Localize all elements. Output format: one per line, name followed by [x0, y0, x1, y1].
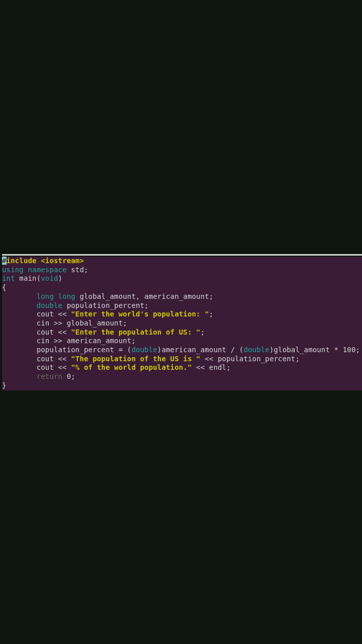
return-keyword: return — [37, 372, 62, 380]
string-literal: "% of the world population." — [71, 363, 192, 371]
return-value: 0; — [62, 372, 75, 380]
cout: cout << — [37, 363, 71, 371]
using-keyword: using namespace — [2, 266, 67, 274]
assign: )american_amount / ( — [157, 346, 244, 354]
int-keyword: int — [2, 274, 15, 282]
longlong-keyword: long long — [37, 292, 75, 300]
ll-vars: global_amount, american_amount; — [75, 292, 214, 300]
code-line: population_percent = (double)american_am… — [2, 346, 362, 355]
code-line: cout << "Enter the population of US: "; — [2, 328, 362, 337]
cout-tail: << population_percent; — [201, 355, 300, 363]
code-line: return 0; — [2, 372, 362, 381]
indent — [2, 346, 37, 354]
code-line: cout << "Enter the world's population: "… — [2, 310, 362, 319]
string-literal: "Enter the world's population: " — [71, 310, 209, 318]
double-cast: double — [131, 346, 157, 354]
string-literal: "Enter the population of US: " — [71, 328, 200, 336]
code-line: long long global_amount, american_amount… — [2, 292, 362, 301]
code-line: using namespace std; — [2, 266, 362, 275]
indent — [2, 363, 37, 371]
double-var: population_percent; — [62, 301, 149, 309]
code-line: { — [2, 283, 362, 292]
double-cast: double — [243, 346, 269, 354]
indent — [2, 301, 37, 309]
indent — [2, 337, 37, 345]
code-line: cout << "% of the world population." << … — [2, 363, 362, 372]
cin: cin >> american_amount; — [37, 337, 136, 345]
semicolon: ; — [201, 328, 205, 336]
include-keyword: include — [7, 257, 37, 265]
indent — [2, 319, 37, 327]
cursor: # — [2, 257, 7, 265]
cout: cout << — [37, 355, 71, 363]
void-keyword: void — [41, 274, 58, 282]
include-header: <iostream> — [37, 257, 84, 265]
string-literal: "The population of the US is " — [71, 355, 200, 363]
code-line: #include <iostream> — [2, 257, 362, 266]
indent — [2, 372, 37, 380]
indent — [2, 292, 37, 300]
double-keyword: double — [37, 301, 62, 309]
indent — [2, 310, 37, 318]
code-line: cin >> global_amount; — [2, 319, 362, 328]
brace-close: } — [2, 381, 7, 389]
assign: population_percent = ( — [37, 346, 132, 354]
code-editor[interactable]: #include <iostream>using namespace std;i… — [2, 257, 362, 390]
pane-divider — [2, 254, 362, 256]
main-start: main( — [15, 274, 41, 282]
indent — [2, 355, 37, 363]
indent — [2, 328, 37, 336]
code-line: int main(void) — [2, 274, 362, 283]
using-namespace: std; — [67, 266, 88, 274]
cout: cout << — [37, 310, 71, 318]
brace-open: { — [2, 283, 7, 291]
code-line: cout << "The population of the US is " <… — [2, 355, 362, 364]
cin: cin >> global_amount; — [37, 319, 127, 327]
semicolon: ; — [209, 310, 214, 318]
cout: cout << — [37, 328, 71, 336]
cout-tail: << endl; — [192, 363, 231, 371]
main-end: ) — [58, 274, 63, 282]
code-line: cin >> american_amount; — [2, 337, 362, 346]
code-line: } — [2, 381, 362, 390]
assign: )global_amount * 100; — [269, 346, 360, 354]
code-line: double population_percent; — [2, 301, 362, 310]
